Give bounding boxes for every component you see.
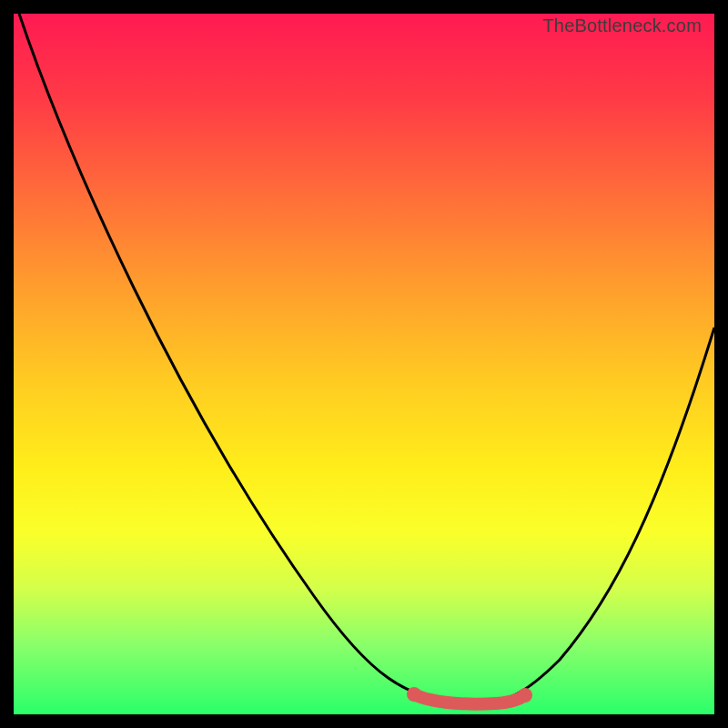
chart-frame: TheBottleneck.com (0, 0, 728, 728)
curve-svg (14, 14, 714, 714)
optimal-range-start-dot (407, 687, 421, 702)
optimal-range-highlight (414, 694, 525, 704)
plot-area: TheBottleneck.com (14, 14, 714, 714)
optimal-range-end-dot (518, 688, 532, 703)
bottleneck-curve-line (19, 14, 714, 703)
